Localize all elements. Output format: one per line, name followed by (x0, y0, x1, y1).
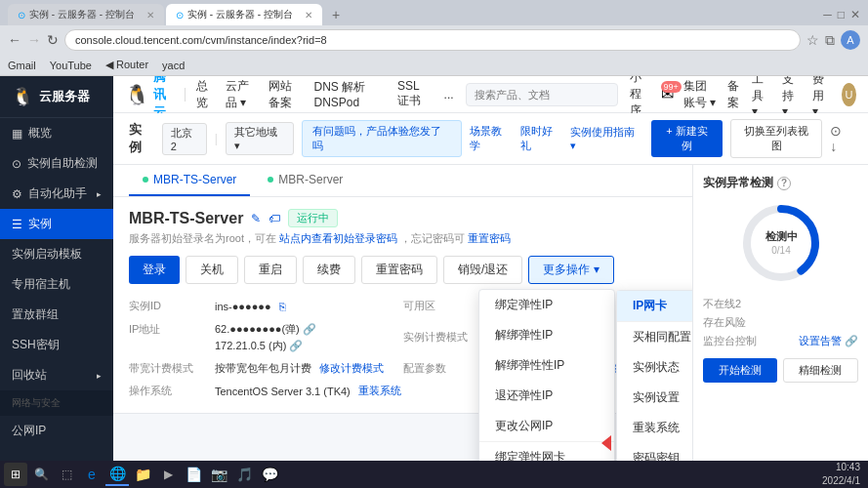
taskbar-app-3[interactable]: 🎵 (232, 463, 256, 486)
profile-icon[interactable]: A (841, 30, 860, 50)
nav-icp[interactable]: 网站备案 (269, 78, 302, 111)
reinstall-link[interactable]: 重装系统 (358, 384, 401, 398)
dropdown-item-5[interactable]: 更改公网IP (479, 411, 614, 441)
taskbar-terminal[interactable]: ▶ (156, 463, 180, 486)
tab-close-2[interactable]: ✕ (305, 10, 312, 20)
ip1-link[interactable]: 🔗 (303, 323, 316, 335)
nav-ssl[interactable]: SSL 证书 (397, 79, 433, 109)
taskbar-search[interactable]: 🔍 (29, 463, 53, 486)
ip2-link[interactable]: 🔗 (289, 340, 303, 351)
region-selector-2[interactable]: 其它地域 ▾ (226, 122, 295, 155)
nav-engineer[interactable]: 工具 ▾ (752, 76, 772, 118)
nav-overview[interactable]: 总览 (196, 78, 213, 111)
nav-group[interactable]: 集团账号 ▾ (683, 78, 718, 111)
reset-pwd-btn[interactable]: 重置密码 (361, 256, 437, 284)
bookmark-gmail[interactable]: Gmail (8, 60, 36, 71)
submenu-item-3[interactable]: 实例设置 ▸ (617, 383, 692, 413)
new-instance-btn[interactable]: + 新建实例 (651, 120, 723, 157)
nav-more[interactable]: ... (444, 88, 454, 102)
dropdown-item-1[interactable]: 绑定弹性IP (479, 290, 614, 320)
submenu-item-4[interactable]: 重装系统 (617, 413, 692, 443)
quick-link-2[interactable]: 限时好礼 (520, 124, 563, 153)
sidebar-item-instances[interactable]: ☰ 实例 (0, 209, 113, 239)
dropdown-item-4[interactable]: 退还弹性IP (479, 381, 614, 411)
nav-cost[interactable]: 费用 ▾ (812, 76, 833, 118)
taskbar-task-view[interactable]: ⬚ (55, 463, 78, 486)
tab-close-1[interactable]: ✕ (146, 10, 154, 20)
address-input[interactable] (64, 29, 801, 51)
sub5-label: 密码密钥 (633, 450, 680, 461)
restart-btn[interactable]: 重启 (244, 256, 297, 284)
fine-detect-btn[interactable]: 精细检测 (783, 358, 859, 383)
sidebar-item-launch-template[interactable]: 实例启动模板 (0, 239, 113, 269)
shutdown-btn[interactable]: 关机 (186, 256, 238, 284)
dropdown-item-3[interactable]: 解绑弹性性IP (479, 350, 614, 381)
reload-btn[interactable]: ↻ (47, 32, 59, 48)
modify-billing-link[interactable]: 修改计费模式 (319, 361, 384, 376)
more-actions-btn[interactable]: 更多操作 ▾ (528, 256, 613, 284)
taskbar-edge[interactable]: e (80, 463, 103, 486)
start-detect-btn[interactable]: 开始检测 (703, 358, 777, 383)
star-icon[interactable]: ☆ (806, 32, 819, 48)
taskbar-app-4[interactable]: 💬 (258, 463, 281, 486)
submenu-item-2[interactable]: 实例状态 ▸ (617, 352, 692, 383)
renew-btn[interactable]: 续费 (303, 256, 355, 284)
min-btn[interactable]: ─ (823, 8, 832, 21)
message-icon[interactable]: ✉ 99+ (661, 85, 674, 103)
edit-icon[interactable]: ✎ (251, 212, 261, 225)
submenu-item-1[interactable]: 买相同配置 (617, 322, 692, 352)
sidebar-item-overview[interactable]: ▦ 概览 (0, 118, 113, 148)
bookmark-yacd[interactable]: yacd (162, 60, 185, 71)
sidebar-item-public-ip[interactable]: 公网IP (0, 416, 113, 446)
search-input[interactable] (466, 83, 618, 106)
copy-id-icon[interactable]: ⎘ (279, 301, 286, 312)
taskbar-chrome[interactable]: 🌐 (105, 463, 129, 486)
nav-products[interactable]: 云产品 ▾ (226, 78, 257, 111)
sidebar-item-selfcheck[interactable]: ⊙ 实例自助检测 (0, 148, 113, 179)
taskbar-app-2[interactable]: 📷 (207, 463, 230, 486)
panel-help-icon[interactable]: ? (777, 177, 791, 190)
tab-2[interactable]: ⊙ 实例 - 云服务器 - 控制台 ✕ (166, 4, 322, 25)
forward-btn[interactable]: → (27, 32, 41, 48)
stat-value-3[interactable]: 设置告警 🔗 (799, 334, 858, 348)
instance-card-2[interactable]: MBR-Server (254, 165, 356, 196)
extensions-icon[interactable]: ⧉ (825, 32, 835, 49)
back-btn[interactable]: ← (8, 32, 21, 48)
tag-icon[interactable]: 🏷 (269, 212, 280, 225)
desc-link-2[interactable]: 重置密码 (468, 232, 511, 244)
sidebar-item-recycle[interactable]: 回收站 ▸ (0, 360, 113, 390)
quick-link-1[interactable]: 场景教学 (470, 124, 513, 153)
region-selector[interactable]: 北京2 (162, 123, 207, 155)
destroy-btn[interactable]: 销毁/退还 (443, 256, 522, 284)
auto-label: 自动化助手 (28, 185, 87, 202)
svg-point-2 (762, 224, 801, 263)
tab-1[interactable]: ⊙ 实例 - 云服务器 - 控制台 ✕ (8, 4, 164, 25)
sidebar-item-dedicated-host[interactable]: 专用宿主机 (0, 269, 113, 300)
nav-support[interactable]: 支持 ▾ (782, 76, 803, 118)
bookmark-youtube[interactable]: YouTube (50, 60, 92, 71)
instance-notice[interactable]: 有问题吗，产品体验您发了吗 (302, 120, 462, 157)
nav-dns[interactable]: DNS 解析 DNSPod (314, 79, 387, 109)
sidebar-item-ssh[interactable]: SSH密钥 (0, 330, 113, 360)
dropdown-item-6[interactable]: 绑定弹性网卡 (479, 442, 614, 461)
instance-card-1[interactable]: MBR-TS-Server (129, 165, 250, 196)
new-tab-btn[interactable]: + (324, 4, 348, 25)
nav-tools[interactable]: 备案 (727, 78, 742, 111)
close-btn[interactable]: ✕ (850, 8, 860, 21)
view-icons[interactable]: ⊙ ↓ (830, 123, 852, 154)
taskbar-app-1[interactable]: 📄 (182, 463, 205, 486)
sidebar-item-auto[interactable]: ⚙ 自动化助手 ▸ (0, 179, 113, 209)
submenu-item-5[interactable]: 密码密钥 ▸ (617, 443, 692, 461)
user-avatar[interactable]: U (842, 83, 856, 106)
switch-view-btn[interactable]: 切换至列表视图 (730, 119, 822, 158)
taskbar-start[interactable]: ⊞ (4, 463, 27, 486)
recycle-arrow: ▸ (97, 371, 102, 381)
login-btn[interactable]: 登录 (129, 256, 180, 284)
bookmark-router[interactable]: ◀ Router (105, 59, 148, 71)
taskbar-folder[interactable]: 📁 (131, 463, 154, 486)
desc-link-1[interactable]: 站点内查看初始登录密码 (279, 232, 397, 244)
dropdown-item-2[interactable]: 解绑弹性IP (479, 320, 614, 350)
sidebar-item-placement-group[interactable]: 置放群组 (0, 300, 113, 330)
quick-link-3[interactable]: 实例使用指南 ▾ (570, 125, 642, 152)
max-btn[interactable]: □ (838, 8, 845, 21)
